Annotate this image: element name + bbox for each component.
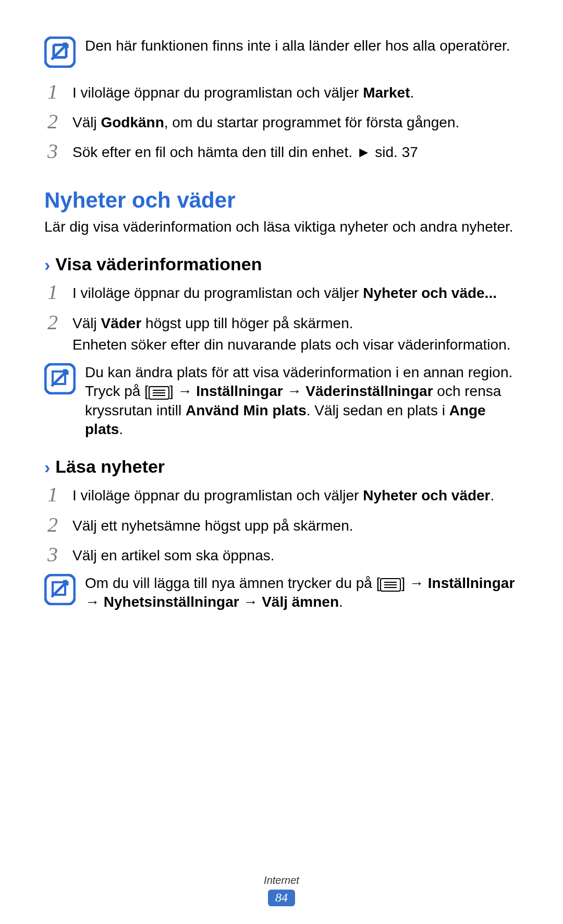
subsection-heading: › Visa väderinformationen: [44, 254, 519, 274]
list-item: 2 Välj ett nyhetsämne högst upp på skärm…: [44, 514, 519, 536]
subsection-heading: › Läsa nyheter: [44, 457, 519, 477]
step-number: 1: [44, 81, 61, 102]
step-number: 1: [44, 282, 61, 303]
step-text: Välj Väder högst upp till höger på skärm…: [72, 312, 510, 355]
list-item: 1 I viloläge öppnar du programlistan och…: [44, 81, 519, 103]
step-text: Välj ett nyhetsämne högst upp på skärmen…: [72, 514, 353, 536]
page-footer: Internet 84: [0, 874, 563, 906]
info-note: Den här funktionen finns inte i alla län…: [44, 37, 519, 68]
list-item: 2 Välj Godkänn, om du startar programmet…: [44, 111, 519, 133]
footer-section-label: Internet: [0, 874, 563, 886]
info-note: Du kan ändra plats för att visa väderinf…: [44, 363, 519, 439]
step-text: I viloläge öppnar du programlistan och v…: [72, 81, 414, 103]
document-page: Den här funktionen finns inte i alla län…: [0, 0, 563, 646]
subsection-title: Visa väderinformationen: [55, 254, 262, 274]
numbered-list: 1 I viloläge öppnar du programlistan och…: [44, 81, 519, 163]
subsection-title: Läsa nyheter: [55, 457, 165, 477]
step-text: Sök efter en fil och hämta den till din …: [72, 141, 418, 162]
step-number: 2: [44, 514, 61, 535]
step-number: 2: [44, 312, 61, 333]
step-number: 1: [44, 484, 61, 505]
numbered-list: 1 I viloläge öppnar du programlistan och…: [44, 282, 519, 355]
numbered-list: 1 I viloläge öppnar du programlistan och…: [44, 484, 519, 566]
info-note-text: Du kan ändra plats för att visa väderinf…: [85, 363, 519, 439]
info-note-text: Om du vill lägga till nya ämnen trycker …: [85, 574, 519, 612]
info-icon: [44, 37, 76, 68]
list-item: 3 Välj en artikel som ska öppnas.: [44, 544, 519, 566]
step-text: I viloläge öppnar du programlistan och v…: [72, 282, 497, 303]
list-item: 1 I viloläge öppnar du programlistan och…: [44, 484, 519, 506]
step-number: 3: [44, 544, 61, 565]
info-icon: [44, 574, 76, 605]
info-icon: [44, 363, 76, 394]
step-text: I viloläge öppnar du programlistan och v…: [72, 484, 494, 506]
step-text: Välj en artikel som ska öppnas.: [72, 544, 275, 566]
menu-icon: [380, 578, 401, 591]
info-note-text: Den här funktionen finns inte i alla län…: [85, 37, 510, 55]
list-item: 1 I viloläge öppnar du programlistan och…: [44, 282, 519, 303]
info-note: Om du vill lägga till nya ämnen trycker …: [44, 574, 519, 612]
list-item: 3 Sök efter en fil och hämta den till di…: [44, 141, 519, 162]
section-heading: Nyheter och väder: [44, 188, 519, 213]
step-number: 3: [44, 141, 61, 162]
chevron-icon: ›: [44, 256, 50, 273]
chevron-icon: ›: [44, 458, 50, 476]
page-number: 84: [268, 890, 295, 906]
list-item: 2 Välj Väder högst upp till höger på skä…: [44, 312, 519, 355]
section-intro: Lär dig visa väderinformation och läsa v…: [44, 217, 519, 237]
step-number: 2: [44, 111, 61, 132]
menu-icon: [149, 386, 169, 399]
step-text: Välj Godkänn, om du startar programmet f…: [72, 111, 459, 133]
